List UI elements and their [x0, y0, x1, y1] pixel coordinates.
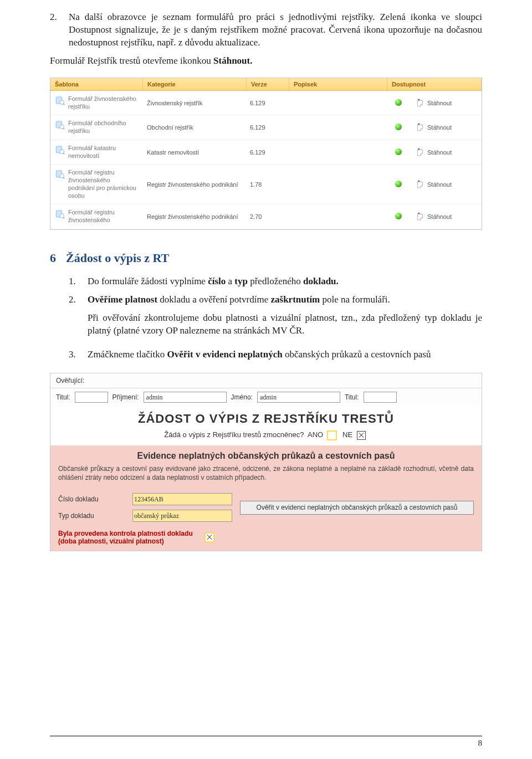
list-item-2: 2. Na další obrazovce je seznam formulář…	[50, 11, 482, 49]
download-cell[interactable]: Stáhnout	[412, 95, 482, 111]
sablona-text: Formulář obchodního rejstříku	[68, 120, 138, 135]
section-title: Žádost o výpis z RT	[66, 251, 169, 265]
step-body: Do formuláře žádosti vyplníme číslo a ty…	[88, 275, 482, 288]
col-popisek: Popisek	[289, 78, 387, 90]
dostupnost-cell	[385, 119, 412, 136]
sablona-text: Formulář katastru nemovitostí	[68, 145, 138, 160]
evidence-band: Evidence neplatných občanských průkazů a…	[50, 445, 482, 488]
t: dokladu a ověření potvrdíme	[157, 294, 270, 305]
document-page: 2. Na další obrazovce je seznam formulář…	[0, 0, 532, 759]
svg-line-5	[63, 128, 64, 129]
download-label: Stáhnout	[427, 100, 452, 106]
download-label: Stáhnout	[427, 213, 452, 220]
typ-label: Typ dokladu	[58, 512, 125, 520]
b: Ověřit v evidenci neplatných	[167, 349, 283, 360]
typ-field[interactable]: občanský průkaz	[132, 510, 232, 522]
b: typ	[234, 276, 248, 286]
step-3: 3. Zmáčkneme tlačítko Ověřit v evidenci …	[69, 348, 482, 361]
evidence-heading: Evidence neplatných občanských průkazů a…	[58, 451, 474, 461]
table-row: Formulář obchodního rejstříkuObchodní re…	[50, 115, 482, 140]
form-title: ŽÁDOST O VÝPIS Z REJSTŘÍKU TRESTŮ	[50, 406, 482, 429]
para-text: Na další obrazovce je seznam formulářů p…	[69, 12, 482, 48]
step-1: 1. Do formuláře žádosti vyplníme číslo a…	[69, 275, 482, 288]
t: a	[226, 276, 234, 286]
rt-form: Ověřující: Titul: Příjmení: admin Jméno:…	[50, 373, 482, 551]
download-cell[interactable]: Stáhnout	[412, 144, 482, 161]
t: Do formuláře žádosti vyplníme	[88, 276, 208, 286]
col-dostupnost: Dostupnost	[387, 78, 482, 90]
kontrola-checkbox[interactable]	[205, 533, 214, 542]
list-body: Na další obrazovce je seznam formulářů p…	[69, 11, 482, 49]
prijmeni-field[interactable]: admin	[144, 392, 227, 403]
ne-checkbox[interactable]	[357, 431, 366, 440]
titul-field[interactable]	[75, 392, 108, 403]
status-dot-icon	[395, 99, 402, 106]
name-row: Titul: Příjmení: admin Jméno: admin Titu…	[50, 388, 482, 406]
sablona-text: Formulář živnostenského rejstříku	[68, 95, 138, 111]
kategorie-cell: Obchodní rejstřík	[142, 120, 245, 135]
section-number: 6	[50, 251, 56, 265]
jmeno-field[interactable]: admin	[257, 392, 340, 403]
table-header: Šablona Kategorie Verze Popisek Dostupno…	[50, 78, 482, 91]
list-number: 2.	[50, 11, 61, 49]
step-number: 2.	[69, 294, 80, 343]
para-text: Formulář Rejstřík trestů otevřeme ikonko…	[50, 55, 213, 66]
svg-line-11	[63, 177, 64, 178]
sablona-text: Formulář registru živnostenského podniká…	[68, 169, 138, 199]
verze-cell: 6.129	[245, 120, 288, 135]
popisek-cell	[288, 148, 385, 157]
dostupnost-cell	[385, 176, 412, 193]
subq-text: Žádá o výpis z Rejstříku trestů zmocněne…	[164, 430, 304, 439]
steps-block: 1. Do formuláře žádosti vyplníme číslo a…	[69, 275, 482, 361]
step-2: 2. Ověříme platnost dokladu a ověření po…	[69, 294, 482, 343]
col-sablona: Šablona	[50, 78, 143, 90]
section-heading-6: 6Žádost o výpis z RT	[50, 251, 482, 265]
b: číslo	[208, 276, 226, 286]
download-cell[interactable]: Stáhnout	[412, 119, 482, 136]
titul2-label: Titul:	[345, 393, 359, 401]
jmeno-label: Jméno:	[231, 393, 253, 401]
verze-cell: 1.78	[245, 177, 288, 192]
svg-line-2	[63, 104, 64, 105]
table-row: Formulář živnostenského rejstříkuŽivnost…	[50, 91, 482, 116]
t: Zmáčkneme tlačítko	[88, 349, 167, 360]
dostupnost-cell	[385, 95, 412, 111]
kategorie-cell: Registr živnostenského podnikání	[142, 177, 245, 192]
ano-checkbox[interactable]	[328, 431, 336, 440]
svg-line-14	[63, 217, 64, 218]
status-dot-icon	[395, 124, 402, 130]
titul2-field[interactable]	[364, 392, 397, 403]
download-label: Stáhnout	[427, 149, 452, 156]
page-number: 8	[50, 736, 482, 748]
status-dot-icon	[395, 213, 402, 219]
step-body: Zmáčkneme tlačítko Ověřit v evidenci nep…	[88, 348, 482, 361]
ne-label: NE	[342, 430, 352, 439]
download-label: Stáhnout	[427, 124, 452, 131]
b: dokladu.	[303, 276, 339, 286]
t: pole na formuláři.	[320, 294, 390, 305]
step-number: 1.	[69, 275, 80, 288]
verze-cell: 6.129	[245, 145, 288, 160]
paragraph: Formulář Rejstřík trestů otevřeme ikonko…	[50, 55, 482, 68]
download-cell[interactable]: Stáhnout	[412, 176, 482, 193]
kategorie-cell: Katastr nemovitostí	[142, 145, 245, 160]
overujici-row: Ověřující:	[50, 373, 482, 388]
b: zaškrtnutím	[271, 294, 320, 305]
status-dot-icon	[395, 148, 402, 155]
titul-label: Titul:	[56, 393, 70, 401]
step-number: 3.	[69, 348, 80, 361]
table-row: Formulář katastru nemovitostíKatastr nem…	[50, 140, 482, 165]
form-subquestion: Žádá o výpis z Rejstříku trestů zmocněne…	[50, 429, 482, 445]
step-2-note: Při ověřování zkontrolujeme dobu platnos…	[88, 312, 482, 337]
cislo-field[interactable]: 123456AB	[132, 493, 232, 505]
t: předloženého	[248, 276, 303, 286]
overit-button[interactable]: Ověřit v evidenci neplatných občanských …	[240, 501, 474, 514]
download-cell[interactable]: Stáhnout	[412, 208, 482, 225]
ano-label: ANO	[308, 430, 323, 439]
kategorie-cell: Registr živnostenského podnikání	[142, 209, 245, 224]
table-row: Formulář registru živnostenského podniká…	[50, 165, 482, 204]
verze-cell: 6.129	[245, 95, 288, 111]
red-line1: Byla provedena kontrola platnosti doklad…	[58, 530, 193, 537]
status-dot-icon	[395, 181, 402, 187]
popisek-cell	[288, 212, 385, 221]
